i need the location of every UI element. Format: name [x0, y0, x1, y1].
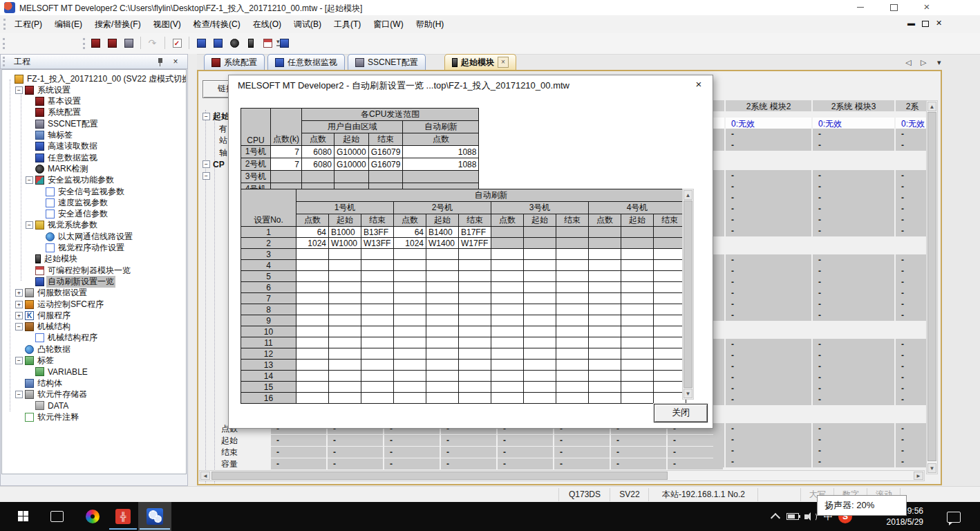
scroll-up-icon[interactable]: ▲	[927, 102, 936, 111]
grid-cell-dash[interactable]: -	[813, 129, 894, 140]
refresh-cell[interactable]	[491, 304, 524, 315]
refresh-cell[interactable]	[621, 348, 654, 360]
refresh-cell[interactable]	[589, 315, 621, 326]
collapse-icon[interactable]: −	[15, 86, 23, 94]
scroll-thumb[interactable]	[927, 112, 936, 461]
cell-free-area[interactable]: G10000	[334, 158, 369, 171]
grid-cell-dash[interactable]: -	[441, 435, 496, 446]
refresh-cell[interactable]	[296, 371, 329, 382]
expand-icon[interactable]: +	[15, 301, 23, 308]
grid-cell-dash[interactable]	[713, 266, 724, 277]
grid-cell-dash[interactable]	[713, 192, 724, 203]
doc-tree-item[interactable]: 站	[219, 135, 227, 147]
cell-free-area[interactable]: G10000	[334, 146, 369, 158]
refresh-cell[interactable]	[426, 304, 459, 315]
toolbar-grip[interactable]	[83, 38, 87, 49]
cell-free-area[interactable]: 6080	[302, 158, 334, 171]
refresh-cell[interactable]: 64	[296, 227, 329, 238]
grid-cell-dash[interactable]: -	[726, 203, 811, 214]
grid-cell-dash[interactable]: -	[896, 299, 929, 310]
collapse-icon[interactable]: −	[15, 323, 23, 330]
tree-item-机械结构程序[interactable]: 机械结构程序	[26, 333, 99, 344]
refresh-cell[interactable]	[524, 326, 556, 337]
grid-cell-dash[interactable]: -	[554, 435, 610, 446]
refresh-cell[interactable]	[361, 249, 394, 260]
tray-expand-button[interactable]	[766, 502, 785, 531]
refresh-cell[interactable]	[491, 382, 524, 393]
grid-cell-dash[interactable]: -	[726, 254, 811, 266]
cell-refresh-points[interactable]	[403, 171, 479, 183]
refresh-cell[interactable]	[524, 337, 556, 348]
collapse-icon[interactable]: −	[26, 176, 33, 184]
tab-系统配置[interactable]: 系统配置	[204, 54, 265, 70]
refresh-cell[interactable]	[296, 293, 329, 304]
project-tree-hscrollbar[interactable]: ◄ ►	[3, 474, 185, 474]
grid-cell-dash[interactable]: -	[328, 435, 383, 446]
grid-cell-dash[interactable]: -	[813, 456, 894, 467]
grid-cell-dash[interactable]: -	[813, 254, 894, 266]
refresh-cell[interactable]	[329, 360, 361, 371]
refresh-cell[interactable]	[654, 371, 686, 382]
refresh-cell[interactable]	[524, 360, 556, 371]
refresh-cell[interactable]	[589, 382, 621, 393]
grid-cell-dash[interactable]: -	[896, 129, 929, 140]
refresh-cell[interactable]	[329, 393, 361, 404]
refresh-cell[interactable]: 1024	[394, 238, 426, 249]
refresh-cell[interactable]	[556, 293, 589, 304]
refresh-cell[interactable]	[329, 282, 361, 293]
scroll-up-icon[interactable]: ▲	[684, 190, 692, 200]
toolbar-button-data-monitor[interactable]	[211, 36, 225, 50]
refresh-cell[interactable]	[426, 337, 459, 348]
refresh-cell[interactable]	[361, 326, 394, 337]
refresh-cell[interactable]	[621, 360, 654, 371]
refresh-cell[interactable]	[459, 315, 491, 326]
menu-item-搜索/替换(F)[interactable]: 搜索/替换(F)	[88, 15, 147, 33]
refresh-cell[interactable]	[524, 260, 556, 271]
grid-cell-dash[interactable]: -	[726, 140, 811, 151]
collapse-icon[interactable]: −	[202, 172, 210, 180]
refresh-cell[interactable]	[296, 337, 329, 348]
refresh-cell[interactable]	[329, 304, 361, 315]
refresh-cell[interactable]	[426, 326, 459, 337]
refresh-cell[interactable]	[621, 337, 654, 348]
refresh-cell[interactable]	[654, 326, 686, 337]
doc-tree-item[interactable]: −	[202, 172, 213, 180]
cell-free-area[interactable]	[334, 171, 369, 183]
refresh-cell[interactable]	[296, 260, 329, 271]
toolbar-button-mark-detect[interactable]	[227, 36, 241, 50]
grid-cell-dash[interactable]: -	[498, 458, 553, 469]
doc-tree-item[interactable]: −CP	[202, 160, 225, 169]
toolbar-grip-left[interactable]	[3, 38, 7, 49]
cell-free-area[interactable]	[368, 171, 403, 183]
refresh-cell[interactable]	[394, 337, 426, 348]
cell-points-k[interactable]: 7	[271, 146, 302, 158]
tree-item-安全信号监视参数[interactable]: 安全信号监视参数	[36, 186, 126, 197]
tree-item-自动刷新设置一览[interactable]: 自动刷新设置一览	[26, 276, 115, 287]
grid-cell-dash[interactable]: -	[554, 458, 610, 469]
refresh-cell[interactable]	[296, 282, 329, 293]
refresh-cell[interactable]	[394, 304, 426, 315]
grid-cell-dash[interactable]: -	[668, 435, 723, 446]
refresh-cell[interactable]	[329, 315, 361, 326]
refresh-cell[interactable]	[654, 227, 686, 238]
tree-item-伺服程序[interactable]: +K伺服程序	[15, 310, 72, 321]
grid-cell-dash[interactable]: -	[813, 383, 894, 394]
refresh-cell[interactable]	[654, 282, 686, 293]
grid-cell-dash[interactable]	[713, 394, 724, 405]
refresh-cell[interactable]	[394, 249, 426, 260]
refresh-cell[interactable]	[394, 282, 426, 293]
scroll-thumb[interactable]	[211, 472, 668, 480]
refresh-cell[interactable]	[329, 293, 361, 304]
dialog-table-vscrollbar[interactable]: ▲ ▼	[682, 189, 694, 400]
grid-cell-dash[interactable]: -	[896, 339, 929, 350]
refresh-cell[interactable]	[556, 337, 589, 348]
refresh-cell[interactable]	[426, 282, 459, 293]
tree-item-安全监视功能参数[interactable]: −安全监视功能参数	[26, 175, 115, 186]
collapse-icon[interactable]: −	[15, 357, 23, 364]
refresh-cell[interactable]	[524, 293, 556, 304]
refresh-cell[interactable]	[459, 371, 491, 382]
taskbar-app-gxworks[interactable]: ╬	[108, 502, 138, 531]
refresh-cell[interactable]	[654, 271, 686, 282]
refresh-cell[interactable]	[426, 315, 459, 326]
refresh-cell[interactable]	[491, 393, 524, 404]
